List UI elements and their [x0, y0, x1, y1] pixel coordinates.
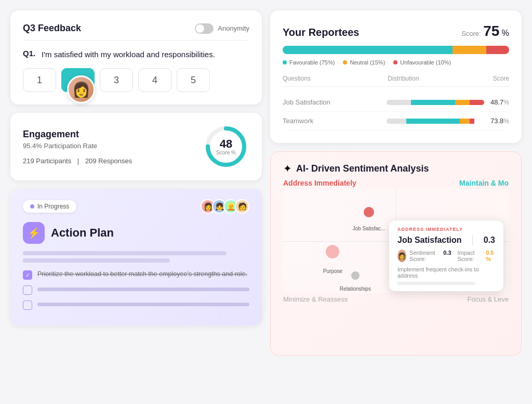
question-text: I'm satisfied with my workload and respo…: [42, 49, 215, 60]
pb-unfavourable: [486, 46, 509, 54]
reportees-card: Your Reportees Score: 75 % Favourable (7…: [270, 10, 522, 143]
reportees-header: Your Reportees Score: 75 %: [283, 23, 509, 40]
responses-count: 209 Responses: [85, 157, 132, 165]
scatter-chart: IMPACT Job Satisfac... Purpose Relations…: [283, 189, 509, 293]
sentiment-tooltip: ADDRESS IMMEDIATELY Job Satisfaction 0.3…: [389, 220, 503, 291]
table-header: Questions Distribution Score: [283, 75, 509, 87]
question-number: Q1.: [23, 49, 37, 60]
divider: [23, 40, 249, 41]
anonymity-row: Anonymity: [195, 23, 249, 34]
checkbox-2[interactable]: [23, 285, 32, 295]
tooltip-desc: Implement frequent check-ins to address: [397, 266, 495, 279]
reportees-title: Your Reportees: [283, 27, 359, 38]
table-row-1: Teamwork 73.8%: [283, 112, 509, 131]
dot-label-job-satisfaction: Job Satisfac...: [353, 226, 385, 231]
tooltip-avatar: 👩: [397, 250, 406, 262]
engagement-title: Engagement: [23, 129, 132, 140]
rating-1[interactable]: 1: [23, 68, 56, 92]
question-row: Q1. I'm satisfied with my workload and r…: [23, 49, 249, 60]
sentiment-card: ✦ AI- Driven Sentiment Analysis Address …: [270, 151, 522, 356]
participants-count: 219 Participants: [23, 157, 71, 165]
task-item-2: [23, 285, 249, 295]
sentiment-score-label: Sentiment Score:: [409, 250, 437, 262]
legend-unfavourable: Unfavourable (10%): [393, 59, 451, 66]
task-item-1: Prioritize the workload to better match …: [23, 270, 249, 280]
row-1-label: Teamwork: [283, 117, 387, 125]
score-value: 75: [483, 23, 499, 39]
user-avatar: 👩: [67, 75, 95, 103]
participation-rate: 95.4% Participation Rate: [23, 142, 132, 150]
dist-0-red: [470, 100, 484, 105]
rating-4[interactable]: 4: [138, 68, 171, 92]
row-1-score: 73.8%: [490, 117, 509, 125]
legend-neutral-label: Neutral (15%): [350, 59, 385, 66]
engagement-left: Engagement 95.4% Participation Rate 219 …: [23, 129, 132, 165]
dist-0-orange: [455, 100, 470, 105]
row-0-dist: [387, 100, 484, 105]
lightning-icon: ⚡: [23, 222, 45, 244]
tooltip-title: Job Satisfaction: [397, 236, 462, 245]
dot-relationships[interactable]: [351, 271, 360, 280]
dot-purpose[interactable]: [326, 245, 339, 258]
legend-dot-unfavourable: [393, 60, 397, 64]
sentiment-score-val: 0.3: [443, 250, 451, 262]
legend-favourable-label: Favourable (75%): [289, 59, 335, 66]
table-row-0: Job Satisfaction 48.7%: [283, 93, 509, 112]
donut-center: 48 Score %: [216, 138, 236, 155]
dist-1-red: [470, 119, 474, 124]
tooltip-divider: [472, 235, 473, 245]
legend-dot-favourable: [283, 60, 287, 64]
feedback-card: Q3 Feedback Anonymity Q1. I'm satisfied …: [10, 10, 262, 105]
avatars-row: 👩 👧 👱 🧑: [201, 199, 249, 214]
sentiment-title: AI- Driven Sentiment Analysis: [296, 163, 429, 174]
legend-dot-neutral: [343, 60, 347, 64]
legend: Favourable (75%) Neutral (15%) Unfavoura…: [283, 59, 509, 66]
status-label: In Progress: [37, 203, 69, 210]
badge-dot: [30, 204, 34, 208]
task-text-1: Prioritize the workload to better match …: [37, 270, 247, 279]
ai-icon: ✦: [283, 162, 292, 175]
action-plan-title: Action Plan: [51, 226, 114, 240]
score-label: Score:: [461, 30, 481, 37]
col-score: Score: [493, 75, 509, 82]
quadrant-top-left: Address Immediately: [283, 179, 356, 187]
legend-unfavourable-label: Unfavourable (10%): [400, 59, 451, 66]
dist-1-orange: [460, 119, 470, 124]
progress-bar: [283, 46, 509, 54]
tooltip-score: 0.3: [484, 236, 495, 245]
score-group: Score: 75 %: [461, 23, 509, 40]
legend-neutral: Neutral (15%): [343, 59, 385, 66]
dist-1-teal: [406, 119, 460, 124]
action-plan-card: In Progress 👩 👧 👱 🧑 ⚡ Action Plan: [10, 189, 262, 325]
dist-0-teal: [411, 100, 455, 105]
action-title-row: ⚡ Action Plan: [23, 222, 249, 244]
donut-score: 48: [216, 138, 236, 150]
score-pct: %: [502, 29, 509, 37]
task-line-3: [37, 303, 249, 306]
task-line-2: [37, 288, 249, 291]
task-list: Prioritize the workload to better match …: [23, 270, 249, 310]
dot-job-satisfaction[interactable]: [364, 207, 374, 217]
sentiment-header: ✦ AI- Driven Sentiment Analysis: [283, 162, 509, 175]
checkbox-1[interactable]: [23, 270, 32, 280]
anonymity-toggle[interactable]: [195, 23, 214, 34]
checkbox-3[interactable]: [23, 301, 32, 310]
tooltip-scores: Sentiment Score: 0.3 Impact Score: 0.5 %: [409, 250, 495, 262]
impact-score-val: 0.5 %: [486, 250, 495, 262]
gray-lines: [23, 251, 249, 263]
rating-5[interactable]: 5: [177, 68, 210, 92]
action-header: In Progress 👩 👧 👱 🧑: [23, 199, 249, 214]
avatar-4: 🧑: [235, 199, 249, 214]
quadrant-bottom-left: Minimize & Reassess: [283, 295, 348, 303]
dist-1-gray: [387, 119, 406, 124]
anonymity-label: Anonymity: [218, 24, 249, 32]
quadrant-labels-top: Address Immediately Maintain & Mo: [283, 179, 509, 187]
quadrant-labels-bottom: Minimize & Reassess Focus & Leve: [283, 295, 509, 303]
donut-label: Score %: [216, 150, 236, 155]
gray-line-1: [23, 251, 227, 255]
donut-chart: 48 Score %: [203, 123, 249, 170]
row-1-dist: [387, 119, 484, 124]
task-item-3: [23, 300, 249, 310]
rating-3[interactable]: 3: [100, 68, 133, 92]
dot-label-purpose: Purpose: [323, 268, 342, 274]
